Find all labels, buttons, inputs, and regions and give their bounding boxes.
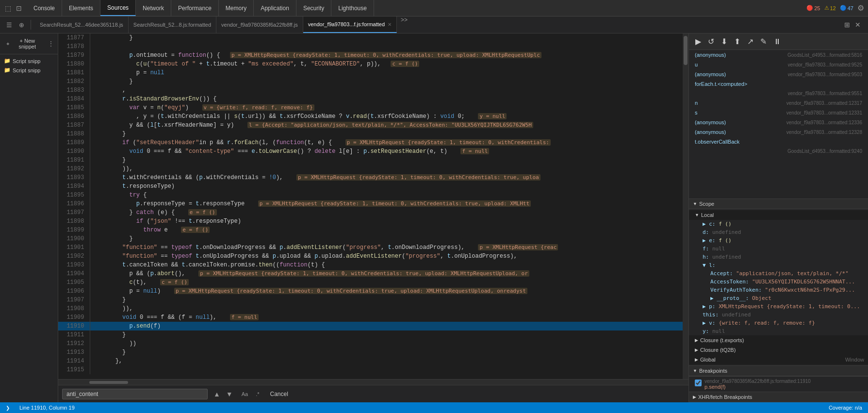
tab-application[interactable]: Application (254, 0, 296, 16)
line-11889: 11889 if ("setRequestHeader"in p && r.fo… (58, 138, 683, 147)
lc-11897: } catch (e) { e = f () (90, 208, 683, 217)
find-nav: ▲ ▼ (212, 389, 235, 399)
split-icon[interactable]: ⊞ (843, 19, 852, 30)
tab-performance[interactable]: Performance (171, 0, 219, 16)
bp-check-1[interactable] (695, 380, 702, 386)
inspect-icon[interactable]: ⬚ (4, 3, 12, 13)
scope-e[interactable]: ▶ e: f () (697, 236, 868, 245)
cs-item-7[interactable]: s vendor_f9a97803...ormatted:12331 (689, 108, 868, 117)
global-header[interactable]: ▶ Global Window (689, 355, 868, 364)
cs-item-10[interactable]: t.observerCallBack (689, 137, 868, 147)
more-tabs-icon[interactable]: >> (397, 17, 411, 33)
horizontal-scrollbar[interactable] (58, 379, 688, 385)
scope-d[interactable]: d: undefined (697, 228, 868, 236)
tab-memory[interactable]: Memory (219, 0, 254, 16)
scope-f[interactable]: f: null (697, 245, 868, 253)
scope-v-val: {write: f, read: f, remove: f} (719, 320, 815, 326)
tab-sources[interactable]: Sources (100, 0, 136, 16)
lc-11906: p = null) p = XMLHttpRequest {readyState… (90, 287, 683, 296)
cs-item-4[interactable]: forEach.t.<computed> (689, 79, 868, 89)
line-11896: 11896 p.responseType = t.responseType p … (58, 199, 683, 208)
tab-network[interactable]: Network (136, 0, 171, 16)
new-file-icon[interactable]: ⊕ (16, 20, 27, 30)
cs-item-5[interactable]: vendor_f9a97803...formatted:9551 (689, 89, 868, 98)
settings-icon[interactable]: ⚙ (857, 3, 864, 13)
line-11903: 11903 t.cancelToken && t.cancelToken.pro… (58, 261, 683, 269)
sidebar-more-icon[interactable]: ⋮ (48, 40, 54, 47)
scope-f-val: null (712, 246, 725, 252)
status-position: Line 11910, Column 19 (19, 405, 75, 411)
find-cancel-button[interactable]: Cancel (266, 389, 292, 399)
sidebar-toggle-icon[interactable]: ☰ (4, 20, 15, 30)
local-section-header[interactable]: ▼ Local (689, 210, 868, 220)
code-vscroll[interactable] (683, 33, 688, 379)
tab-lighthouse[interactable]: Lighthouse (331, 0, 374, 16)
scope-c[interactable]: ▶ c: f () (697, 220, 868, 228)
tree-item-2[interactable]: 📁 Script snipp (0, 66, 58, 75)
code-area: 11877 } 11878 11879 p.ontimeout = functi… (58, 33, 688, 402)
tab-elements[interactable]: Elements (62, 0, 100, 16)
step-into-button[interactable]: ⬇ (719, 35, 730, 48)
main-area: + + New snippet ⋮ 📁 Script snipp 📁 Scrip… (0, 33, 868, 402)
match-case-button[interactable]: Aa (239, 390, 251, 398)
new-snippet-button[interactable]: + + New snippet (4, 36, 46, 51)
regex-button[interactable]: .* (253, 390, 262, 398)
find-prev-button[interactable]: ▲ (212, 389, 222, 399)
scope-l-va-val: "r0cN6KwxctN6hm2S-fPxPg29... (765, 287, 855, 293)
closure-exports-header[interactable]: ▶ Closure (t.exports) (689, 335, 868, 345)
scope-this[interactable]: this: undefined (697, 311, 868, 319)
find-input[interactable] (62, 389, 208, 399)
vscroll-thumb[interactable] (684, 36, 688, 65)
device-icon[interactable]: ⊡ (15, 3, 23, 13)
tab-console[interactable]: Console (27, 0, 62, 16)
cs-item-1[interactable]: (anonymous) GoodsList_d4953...formatted:… (689, 50, 868, 60)
breakpoints-section-header[interactable]: ▼ Breakpoints (689, 365, 868, 376)
scope-l[interactable]: ▼ l: (697, 261, 868, 269)
scope-v[interactable]: ▶ v: {write: f, read: f, remove: f} (697, 319, 868, 327)
sidebar-actions: + + New snippet ⋮ (0, 33, 58, 54)
scope-section-header[interactable]: ▼ Scope (689, 198, 868, 209)
scope-y-key: y: (703, 328, 712, 334)
code-container[interactable]: 11877 } 11878 11879 p.ontimeout = functi… (58, 33, 683, 379)
tab-security[interactable]: Security (296, 0, 331, 16)
scope-y[interactable]: y: null (697, 327, 868, 335)
file-tab-4[interactable]: vendor_f9a97803...f.js:formatted ✕ (303, 17, 397, 33)
xhr-section-header[interactable]: ▶ XHR/fetch Breakpoints (689, 392, 868, 402)
closure-tq2b-header[interactable]: ▶ Closure (tQ2B) (689, 345, 868, 355)
file-tab-2[interactable]: SearchResult_52...8.js:formatted (129, 17, 216, 33)
tree-item-1[interactable]: 📁 Script snipp (0, 56, 58, 66)
scope-p[interactable]: ▶ p: XMLHttpRequest {readyState: 1, time… (697, 302, 868, 311)
lc-11911: } (90, 330, 683, 339)
scope-l-proto[interactable]: ▶ __proto__: Object (704, 294, 868, 302)
sidebar-tree: 📁 Script snipp 📁 Script snipp (0, 54, 58, 402)
hscroll-thumb[interactable] (89, 381, 128, 384)
ln-11901: 11901 (58, 243, 90, 252)
deactivate-breakpoints-button[interactable]: ✎ (758, 35, 769, 48)
scope-l-accesstoken[interactable]: AccessToken: "UU3LX56YQIJTKDL6SG762W5HNN… (704, 278, 868, 286)
cs-item-3[interactable]: (anonymous) vendor_f9a97803...formatted:… (689, 69, 868, 79)
status-chevron-icon[interactable]: ❯ (6, 405, 10, 411)
scope-h[interactable]: h: undefined (697, 253, 868, 261)
step-over-button[interactable]: ↺ (705, 35, 717, 48)
find-next-button[interactable]: ▼ (224, 389, 235, 399)
pause-exceptions-button[interactable]: ⏸ (771, 36, 784, 48)
scope-l-accept[interactable]: Accept: "application/json, text/plain, *… (704, 269, 868, 278)
file-tab-1[interactable]: SearchResult_52...46dee365118.js (35, 17, 129, 33)
cs-item-6[interactable]: n vendor_f9a97803...ormatted:12317 (689, 98, 868, 108)
cs-item-8[interactable]: (anonymous) vendor_f9a97803...ormatted:1… (689, 117, 868, 127)
file-tab-4-close[interactable]: ✕ (388, 22, 392, 27)
step-button[interactable]: ↗ (745, 35, 756, 48)
close-drawer-icon[interactable]: ✕ (853, 19, 862, 30)
ln-11888: 11888 (58, 130, 90, 138)
lc-11900: } (90, 234, 683, 243)
cs-item-9[interactable]: (anonymous) vendor_f9a97803...ormatted:1… (689, 127, 868, 137)
scope-l-verifyauth[interactable]: VerifyAuthToken: "r0cN6KwxctN6hm2S-fPxPg… (704, 286, 868, 294)
resume-button[interactable]: ▶ (693, 35, 704, 48)
cs-item-11[interactable]: GoodsList_d4953...formatted:9240 (689, 147, 868, 156)
cs-fn-7: s (695, 110, 698, 116)
step-out-button[interactable]: ⬆ (732, 35, 743, 48)
file-tab-3[interactable]: vendor_f9a9780385f6a22fb8ff.js (216, 17, 303, 33)
top-toolbar: ⬚ ⊡ Console Elements Sources Network Per… (0, 0, 868, 17)
scope-c-val: f () (719, 221, 732, 227)
cs-item-2[interactable]: u vendor_f9a97803...formatted:9525 (689, 60, 868, 69)
